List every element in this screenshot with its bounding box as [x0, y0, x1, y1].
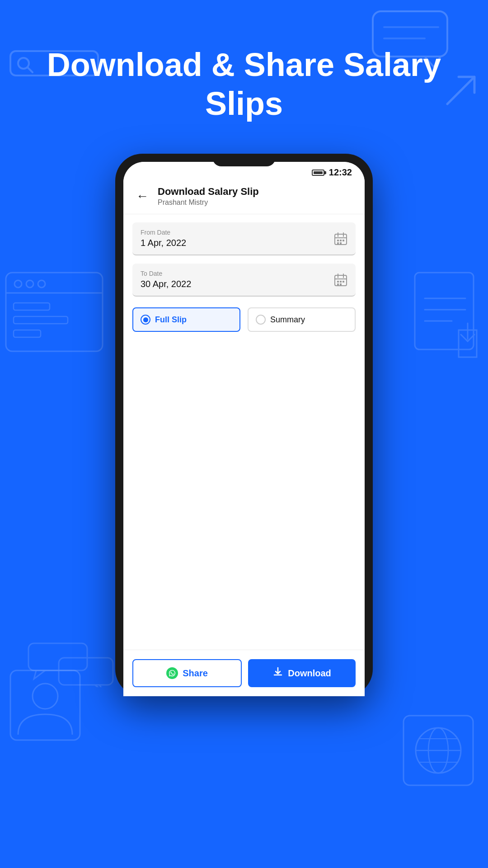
- svg-rect-29: [28, 643, 87, 670]
- svg-rect-44: [337, 281, 339, 283]
- svg-point-7: [14, 280, 22, 288]
- bottom-buttons: Share Download: [123, 650, 365, 688]
- from-date-left: From Date 1 Apr, 2022: [141, 229, 186, 248]
- svg-rect-12: [14, 316, 68, 324]
- battery-icon: [312, 170, 324, 176]
- svg-rect-48: [340, 283, 342, 285]
- svg-rect-35: [337, 240, 339, 241]
- back-arrow-icon: ←: [136, 189, 149, 203]
- to-date-calendar-icon[interactable]: [334, 273, 347, 287]
- screen-title: Download Salary Slip: [158, 186, 259, 198]
- whatsapp-icon: [166, 667, 178, 679]
- download-button[interactable]: Download: [248, 659, 356, 687]
- svg-line-27: [461, 335, 468, 341]
- phone-screen: 12:32 ← Download Salary Slip Prashant Mi…: [123, 162, 365, 688]
- svg-rect-11: [14, 303, 50, 310]
- status-time: 12:32: [329, 167, 352, 178]
- svg-rect-46: [343, 281, 344, 283]
- svg-rect-6: [6, 273, 103, 351]
- summary-radio[interactable]: [256, 315, 266, 325]
- svg-point-18: [428, 728, 448, 773]
- content-area: From Date 1 Apr, 2022: [123, 214, 365, 688]
- svg-rect-36: [340, 240, 342, 241]
- from-date-label: From Date: [141, 229, 186, 236]
- full-slip-option[interactable]: Full Slip: [132, 307, 240, 332]
- svg-rect-22: [415, 273, 474, 349]
- hero-title: Download & Share Salary Slips: [0, 45, 488, 123]
- to-date-label: To Date: [141, 270, 191, 277]
- from-date-field[interactable]: From Date 1 Apr, 2022: [132, 222, 356, 255]
- svg-rect-39: [340, 242, 342, 244]
- svg-rect-30: [59, 658, 113, 685]
- download-icon: [272, 666, 283, 680]
- to-date-left: To Date 30 Apr, 2022: [141, 270, 191, 289]
- radio-options: Full Slip Summary: [123, 297, 365, 332]
- summary-option[interactable]: Summary: [248, 307, 356, 332]
- svg-rect-14: [10, 670, 80, 740]
- phone-outer: 12:32 ← Download Salary Slip Prashant Mi…: [115, 154, 373, 696]
- svg-rect-13: [14, 330, 41, 337]
- svg-point-8: [26, 280, 33, 288]
- user-name: Prashant Mistry: [158, 198, 259, 207]
- header-titles: Download Salary Slip Prashant Mistry: [158, 186, 259, 207]
- svg-line-28: [468, 335, 474, 341]
- full-slip-label: Full Slip: [155, 315, 187, 325]
- to-date-value: 30 Apr, 2022: [141, 279, 191, 289]
- svg-rect-47: [337, 283, 339, 285]
- full-slip-radio[interactable]: [141, 315, 150, 325]
- svg-point-17: [416, 728, 461, 773]
- back-button[interactable]: ←: [134, 188, 150, 204]
- svg-rect-38: [337, 242, 339, 244]
- from-date-calendar-icon[interactable]: [334, 232, 347, 245]
- phone-mockup: 12:32 ← Download Salary Slip Prashant Mi…: [115, 154, 373, 809]
- svg-rect-16: [404, 716, 473, 785]
- share-label: Share: [183, 668, 208, 679]
- to-date-field[interactable]: To Date 30 Apr, 2022: [132, 264, 356, 297]
- svg-point-9: [38, 280, 45, 288]
- from-date-value: 1 Apr, 2022: [141, 238, 186, 248]
- app-header: ← Download Salary Slip Prashant Mistry: [123, 181, 365, 214]
- svg-rect-45: [340, 281, 342, 283]
- share-button[interactable]: Share: [132, 659, 242, 687]
- svg-rect-37: [343, 240, 344, 241]
- svg-point-15: [33, 684, 58, 709]
- summary-label: Summary: [270, 315, 305, 325]
- download-label: Download: [288, 668, 331, 679]
